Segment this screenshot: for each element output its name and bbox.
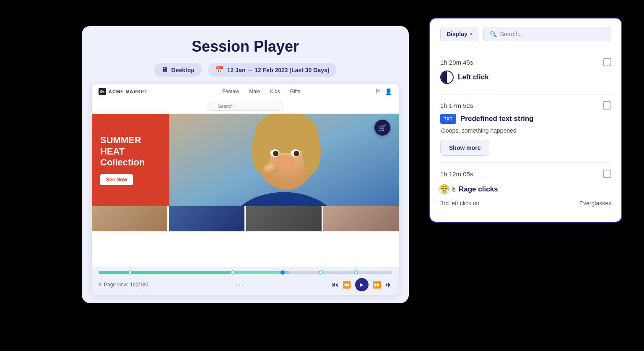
hero-bg: SUMMER HEAT Collection See Now (92, 114, 399, 206)
thumbnail-2[interactable] (169, 206, 244, 231)
event-label-1: Left click (458, 73, 489, 81)
skip-to-start-button[interactable]: ⏮ (332, 281, 338, 288)
player-controls: ⏮ ⏪ ▶ ⏩ ⏭ (332, 278, 392, 291)
session-controls-row: 🖥 Desktop 📅 12 Jan → 12 Feb 2022 (Last 3… (154, 63, 337, 77)
event-header-row-1: 1h 20m 45s (440, 58, 611, 66)
timeline-dot-1 (128, 270, 132, 275)
browser-brand: 🛍 ACME MARKET (99, 88, 148, 95)
desktop-icon: 🖥 (161, 66, 168, 74)
event-header-row-2: 1h 17m 52s (440, 101, 611, 110)
session-player-card: Session Player 🖥 Desktop 📅 12 Jan → 12 F… (82, 26, 409, 303)
browser-search-input[interactable] (208, 102, 283, 111)
hero-title: SUMMER HEAT Collection (100, 135, 161, 168)
search-icon: 🔍 (490, 31, 497, 37)
event-label-2: Predefined text string (460, 115, 534, 123)
thumbnail-4[interactable] (323, 206, 399, 231)
browser-topbar: 🛍 ACME MARKET Female Male Kids Gifts 🏳 👤 (92, 84, 399, 99)
cart-float-button[interactable]: 🛒 (374, 120, 390, 136)
date-range-button[interactable]: 📅 12 Jan → 12 Feb 2022 (Last 30 Days) (208, 63, 337, 77)
nav-kids[interactable]: Kids (270, 89, 280, 94)
timeline-dot-2 (231, 270, 235, 275)
hero-person-svg (169, 114, 399, 206)
flag-icon: 🏳 (375, 88, 381, 95)
browser-nav: Female Male Kids Gifts (222, 89, 300, 94)
see-now-button[interactable]: See Now (100, 174, 133, 185)
chevron-down-icon: ▾ (470, 32, 472, 37)
search-box: 🔍 (483, 27, 611, 41)
skip-to-end-button[interactable]: ⏭ (385, 281, 392, 288)
event-time-1: 1h 20m 45s (440, 59, 473, 66)
list-icon: ≡ (99, 282, 101, 288)
page-view-text: Page view: 100/180 (104, 282, 148, 288)
display-button[interactable]: Display ▾ (440, 27, 478, 41)
thumbnail-3[interactable] (246, 206, 322, 231)
hero-red-box: SUMMER HEAT Collection See Now (92, 114, 169, 206)
event-detail-2: Ooops, something happened (440, 127, 611, 134)
search-wrap (208, 102, 283, 111)
browser-search-bar (92, 99, 399, 114)
browser-hero: SUMMER HEAT Collection See Now (92, 114, 399, 267)
event-time-2: 1h 17m 52s (440, 102, 473, 109)
rage-detail-right: Everglasses (579, 200, 611, 207)
hero-person (169, 114, 399, 206)
thumbnails-strip (92, 206, 399, 231)
brand-icon: 🛍 (99, 88, 106, 95)
svg-point-10 (293, 151, 299, 156)
event-label-3: Rage clicks (459, 185, 498, 194)
svg-point-5 (302, 128, 321, 173)
left-click-icon (440, 71, 454, 84)
device-button[interactable]: 🖥 Desktop (154, 63, 202, 77)
event-item-rage-clicks: 1h 12m 05s 😤 🖱 Rage clicks 3rd left clic… (440, 163, 611, 213)
event-header-row-3: 1h 12m 05s (440, 170, 611, 178)
timeline-dot-current (280, 270, 285, 275)
event-item-predefined-text: 1h 17m 52s TXT Predefined text string Oo… (440, 94, 611, 163)
timeline-area: ≡ Page view: 100/180 ··· ⏮ ⏪ ▶ ⏩ ⏭ (92, 267, 399, 295)
timeline-dot-5 (354, 270, 358, 275)
nav-female[interactable]: Female (222, 89, 239, 94)
thumbnail-1[interactable] (92, 206, 167, 231)
page-view-info: ≡ Page view: 100/180 (99, 282, 148, 288)
timeline-dot-4 (319, 270, 323, 275)
progress-green (99, 271, 231, 274)
event-type-row-2: TXT Predefined text string (440, 114, 611, 124)
event-checkbox-1[interactable] (603, 58, 611, 66)
more-options-menu[interactable]: ··· (236, 280, 244, 289)
show-more-button[interactable]: Show more (440, 140, 489, 156)
event-type-row-1: Left click (440, 71, 611, 84)
event-checkbox-2[interactable] (603, 101, 611, 110)
player-bottom-row: ≡ Page view: 100/180 ··· ⏮ ⏪ ▶ ⏩ ⏭ (99, 278, 392, 291)
event-panel: Display ▾ 🔍 1h 20m 45s Left click 1h 17m… (429, 18, 622, 223)
browser-mockup: 🛍 ACME MARKET Female Male Kids Gifts 🏳 👤 (92, 84, 399, 295)
user-icon: 👤 (385, 88, 392, 95)
txt-icon: TXT (440, 114, 456, 124)
calendar-icon: 📅 (216, 66, 224, 74)
browser-header-icons: 🏳 👤 (375, 88, 392, 95)
fast-forward-button[interactable]: ⏩ (373, 281, 381, 289)
event-checkbox-3[interactable] (603, 170, 611, 178)
rage-click-icon: 😤 🖱 (440, 182, 454, 196)
panel-header: Display ▾ 🔍 (440, 27, 611, 41)
event-time-3: 1h 12m 05s (440, 170, 473, 178)
event-type-row-3: 😤 🖱 Rage clicks (440, 182, 611, 196)
nav-male[interactable]: Male (249, 89, 260, 94)
rage-detail-row: 3rd left click on Everglasses (440, 200, 611, 207)
progress-track[interactable] (99, 271, 392, 274)
nav-gifts[interactable]: Gifts (290, 89, 301, 94)
svg-point-9 (273, 151, 278, 156)
rage-detail-left: 3rd left click on (440, 200, 479, 207)
event-item-left-click: 1h 20m 45s Left click (440, 51, 611, 94)
session-title: Session Player (192, 38, 299, 55)
play-button[interactable]: ▶ (355, 278, 369, 291)
rewind-button[interactable]: ⏪ (343, 281, 351, 289)
search-input[interactable] (500, 31, 605, 37)
